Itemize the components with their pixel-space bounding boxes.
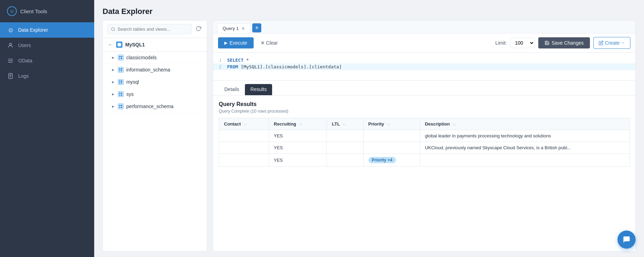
sort-icon: ↑↓ — [452, 122, 456, 126]
table-header-row: Contact ↑↓ Recruiting ↑↓ LTL ↑↓ — [219, 118, 630, 130]
table-icon — [118, 79, 123, 85]
search-bar — [103, 21, 207, 38]
clear-button[interactable]: ✕ Clear — [256, 37, 282, 48]
limit-select[interactable]: 100 500 1000 — [510, 38, 535, 48]
tab-details[interactable]: Details — [219, 84, 245, 95]
results-area: Details Results Query Results Query Comp… — [213, 81, 635, 251]
toolbar-right: Limit: 100 500 1000 Save Changes Create — [495, 37, 630, 49]
sort-icon: ↑↓ — [244, 122, 247, 126]
execute-label: Execute — [230, 40, 247, 46]
table-icon — [118, 91, 123, 97]
chevron-right-icon: ► — [111, 55, 115, 60]
db-header: ← MySQL1 — [103, 38, 207, 52]
tab-close-icon[interactable]: ✕ — [241, 26, 245, 31]
code-text: * — [246, 58, 249, 63]
col-description[interactable]: Description ↑↓ — [420, 118, 629, 130]
users-icon — [7, 42, 14, 49]
tree-item-classicmodels[interactable]: ► classicmodels — [103, 52, 207, 64]
save-changes-button[interactable]: Save Changes — [538, 37, 590, 48]
line-number: 2 — [213, 65, 227, 69]
svg-point-0 — [9, 43, 12, 45]
logs-icon — [7, 73, 14, 80]
page-header: Data Explorer — [94, 0, 644, 20]
sidebar: ◎ Client Tools ⊙ Data Explorer Users ODa… — [0, 0, 94, 257]
add-tab-button[interactable]: + — [252, 23, 261, 32]
tab-results[interactable]: Results — [245, 84, 272, 95]
search-input[interactable] — [118, 27, 188, 32]
cell-contact — [219, 130, 269, 142]
tree-item-label: performance_schema — [126, 104, 173, 109]
cell-priority — [363, 142, 420, 154]
line-number: 1 — [213, 58, 227, 63]
table-row: YES Priority +4 — [219, 154, 630, 167]
priority-badge: Priority +4 — [368, 157, 396, 163]
refresh-icon — [196, 26, 201, 31]
cell-recruiting: YES — [269, 154, 327, 167]
sidebar-item-odata[interactable]: OData — [0, 53, 94, 68]
cell-ltl — [327, 154, 363, 167]
code-keyword: FROM — [227, 64, 238, 69]
code-text: [MySQL1].[classicmodels].[clientdata] — [241, 64, 342, 69]
sidebar-item-label: OData — [18, 58, 32, 63]
sidebar-item-users[interactable]: Users — [0, 38, 94, 53]
content-area: ← MySQL1 ► classicmodels ► information_s… — [94, 20, 644, 257]
sort-icon: ↑↓ — [299, 122, 302, 126]
code-line-1: 1 SELECT * — [213, 57, 635, 63]
execute-button[interactable]: ▶ Execute — [218, 37, 254, 48]
table-row: YES global leader in payments processing… — [219, 130, 630, 142]
result-content: Query Results Query Complete (10 rows pr… — [213, 96, 635, 251]
code-editor[interactable]: 1 SELECT * 2 FROM [MySQL1].[classicmodel… — [213, 53, 635, 81]
tree-item-performance-schema[interactable]: ► performance_schema — [103, 100, 207, 113]
query-toolbar: ▶ Execute ✕ Clear Limit: 100 500 1000 — [213, 33, 635, 53]
clear-x-icon: ✕ — [261, 40, 265, 46]
sort-icon: ↑↓ — [343, 122, 346, 126]
logo-icon: ◎ — [7, 6, 17, 16]
col-recruiting[interactable]: Recruiting ↑↓ — [269, 118, 327, 130]
query-complete-text: Query Complete (10 rows processed) — [219, 109, 630, 114]
cell-recruiting: YES — [269, 142, 327, 154]
cell-description — [420, 154, 629, 167]
search-icon — [111, 27, 115, 32]
tab-label: Query 1 — [223, 26, 239, 31]
edit-icon — [599, 40, 604, 45]
cell-description: global leader in payments processing tec… — [420, 130, 629, 142]
limit-label: Limit: — [495, 40, 507, 46]
cell-ltl — [327, 130, 363, 142]
svg-line-9 — [114, 30, 115, 31]
col-priority[interactable]: Priority ↑↓ — [363, 118, 420, 130]
col-contact[interactable]: Contact ↑↓ — [219, 118, 269, 130]
results-table: Contact ↑↓ Recruiting ↑↓ LTL ↑↓ — [219, 118, 630, 167]
svg-point-8 — [112, 28, 115, 31]
db-icon — [116, 41, 122, 48]
refresh-button[interactable] — [194, 24, 203, 34]
chevron-right-icon: ► — [111, 92, 115, 96]
cell-priority: Priority +4 — [363, 154, 420, 167]
cell-description: UKCloud, previously named Skyscape Cloud… — [420, 142, 629, 154]
clear-label: Clear — [266, 40, 278, 46]
query-panel: Query 1 ✕ + ▶ Execute ✕ Clear Limit: — [213, 20, 636, 251]
main-content: Data Explorer ← MySQL1 — [94, 0, 644, 257]
save-icon — [545, 40, 549, 45]
search-input-wrap[interactable] — [107, 24, 192, 34]
table-icon — [118, 67, 123, 73]
sort-icon: ↑↓ — [387, 122, 390, 126]
col-ltl[interactable]: LTL ↑↓ — [327, 118, 363, 130]
tree-item-information-schema[interactable]: ► information_schema — [103, 64, 207, 76]
tree-item-mysql[interactable]: ► mysql — [103, 76, 207, 88]
sidebar-logo: ◎ Client Tools — [0, 0, 94, 22]
tree-item-sys[interactable]: ► sys — [103, 88, 207, 100]
query-tab-1[interactable]: Query 1 ✕ — [217, 23, 250, 33]
tree-item-label: classicmodels — [126, 55, 157, 60]
sidebar-item-logs[interactable]: Logs — [0, 68, 94, 84]
sidebar-item-data-explorer[interactable]: ⊙ Data Explorer — [0, 22, 94, 38]
db-name: MySQL1 — [125, 42, 145, 47]
table-row: YES UKCloud, previously named Skyscape C… — [219, 142, 630, 154]
back-button[interactable]: ← — [108, 41, 113, 48]
create-button[interactable]: Create — [593, 37, 630, 49]
sidebar-item-label: Data Explorer — [18, 27, 48, 33]
chat-icon — [622, 235, 631, 244]
chat-bubble[interactable] — [617, 230, 636, 249]
sidebar-item-label: Logs — [18, 73, 29, 79]
result-tabs: Details Results — [213, 81, 635, 96]
page-title: Data Explorer — [103, 7, 636, 16]
